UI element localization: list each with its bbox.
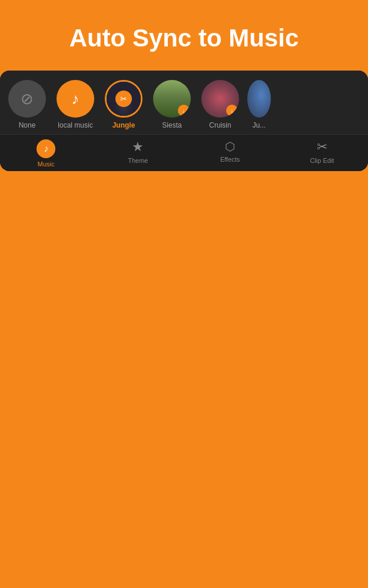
nav-item-effects[interactable]: ⬡ Effects [184,139,276,168]
music-nav-icon: ♪ [37,139,55,158]
nav-item-music[interactable]: ♪ Music [0,139,92,168]
effects-icon: ⬡ [225,139,235,153]
nav-label-clip-edit: Clip Edit [310,157,334,164]
phone-frame: 🔈 ♪ ⊘ None [0,71,368,171]
header-section: Auto Sync to Music [0,0,368,71]
music-thumb-partial [247,80,271,118]
scissors-badge: ✂ [115,91,132,107]
download-badge-siesta: ↓ [178,105,190,116]
music-item-siesta[interactable]: ↓ Siesta [151,80,193,129]
music-thumb-cruisin: ↓ [201,80,239,118]
music-thumb-none: ⊘ [8,80,46,118]
music-item-none[interactable]: ⊘ None [6,80,48,129]
none-icon: ⊘ [21,90,34,108]
music-label-siesta: Siesta [162,121,181,129]
phone-wrapper: 🔈 ♪ ⊘ None [0,71,368,588]
bottom-controls: ⊘ None ♪ local music ✂ [0,71,368,171]
nav-label-music: Music [38,161,55,168]
music-thumb-jungle: ✂ [105,80,142,118]
music-label-partial: Ju... [253,121,266,129]
music-item-local[interactable]: ♪ local music [54,80,97,129]
music-label-local: local music [58,121,92,129]
page-title: Auto Sync to Music [69,24,299,53]
music-label-jungle: Jungle [112,121,135,129]
music-item-jungle[interactable]: ✂ Jungle [102,80,145,129]
siesta-bg: ↓ [153,80,191,118]
jungle-bg: ✂ [107,82,141,116]
nav-item-theme[interactable]: ★ Theme [92,139,184,168]
music-thumb-siesta: ↓ [153,80,191,118]
theme-icon: ★ [132,139,144,155]
music-item-cruisin[interactable]: ↓ Cruisin [199,80,241,129]
nav-label-theme: Theme [128,157,148,164]
music-label-cruisin: Cruisin [209,121,231,129]
nav-label-effects: Effects [220,156,240,163]
music-thumb-local: ♪ [57,80,94,118]
partial-bg [247,80,271,118]
download-badge-cruisin: ↓ [226,105,238,116]
music-icon: ♪ [72,90,79,108]
cruisin-bg: ↓ [201,80,239,118]
nav-item-clip-edit[interactable]: ✂ Clip Edit [276,139,368,168]
music-label-none: None [19,121,36,129]
clip-edit-icon: ✂ [317,139,327,155]
bottom-nav: ♪ Music ★ Theme ⬡ Effects ✂ Clip Edit [0,134,368,171]
music-item-partial[interactable]: Ju... [247,80,271,129]
music-items-row: ⊘ None ♪ local music ✂ [0,71,368,134]
